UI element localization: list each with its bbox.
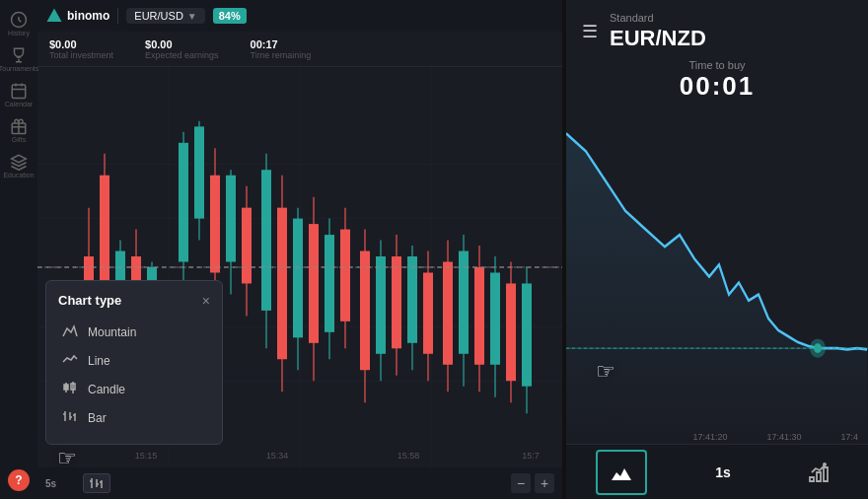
stat-earnings-label: Expected earnings (145, 50, 219, 60)
popup-header: Chart type × (58, 293, 210, 308)
chart-type-button[interactable] (83, 473, 110, 493)
cursor-hand-icon: ☞ (57, 446, 77, 471)
rbb-interval-label: 1s (715, 464, 731, 480)
left-panel: History Tournaments Calendar Gifts Educa… (0, 0, 562, 499)
svg-rect-23 (179, 143, 188, 262)
sidebar-icon-education[interactable]: Education (3, 150, 35, 181)
stat-earnings: $0.00 Expected earnings (145, 38, 219, 60)
chart-type-candle[interactable]: Candle (58, 375, 210, 403)
hamburger-icon[interactable]: ☰ (582, 21, 598, 42)
sidebar-label-history: History (8, 30, 30, 36)
pair-info: Standard EUR/NZD (610, 12, 706, 51)
help-button[interactable]: ? (8, 469, 30, 491)
sidebar-label-tournaments: Tournaments (0, 65, 38, 72)
svg-rect-59 (474, 267, 484, 365)
svg-text:15:7: 15:7 (522, 450, 540, 461)
popup-close-button[interactable]: × (202, 294, 210, 308)
time-interval-label: 5s (45, 478, 56, 489)
stat-investment-label: Total investment (49, 50, 113, 60)
chart-type-mountain[interactable]: Mountain (58, 318, 210, 346)
stat-earnings-value: $0.00 (145, 38, 219, 50)
svg-rect-43 (340, 230, 350, 321)
zoom-in-button[interactable]: + (535, 473, 554, 493)
zoom-controls: − + (511, 473, 554, 493)
time-label-3: 17:4 (840, 432, 858, 442)
svg-rect-57 (459, 251, 469, 354)
svg-rect-37 (293, 219, 303, 338)
chart-type-bar[interactable]: Bar (58, 403, 210, 432)
right-top: ☰ Standard EUR/NZD Time to buy 00:01 (566, 0, 868, 109)
svg-rect-31 (242, 208, 252, 284)
chart-type-candle-label: Candle (88, 383, 125, 396)
svg-rect-61 (490, 272, 500, 364)
svg-rect-51 (407, 256, 417, 343)
pair-name: EUR/NZD (610, 26, 706, 51)
asset-selector[interactable]: EUR/USD ▼ (126, 8, 204, 24)
right-bottom-bar: 1s (566, 444, 868, 499)
time-to-buy-label: Time to buy (582, 59, 852, 71)
binomo-logo-text: binomo (67, 9, 109, 23)
candle-icon (62, 381, 78, 397)
stat-investment: $0.00 Total investment (49, 38, 113, 60)
rbb-tools-button[interactable] (799, 457, 838, 488)
binomo-logo: binomo (45, 7, 109, 25)
asset-arrow-icon: ▼ (187, 11, 197, 22)
line-chart (566, 109, 868, 444)
right-header: ☰ Standard EUR/NZD (582, 12, 852, 51)
sidebar-label-calendar: Calendar (5, 101, 33, 107)
svg-rect-41 (325, 235, 334, 332)
stats-bar: $0.00 Total investment $0.00 Expected ea… (37, 32, 562, 67)
svg-rect-55 (443, 262, 453, 365)
svg-rect-39 (309, 224, 319, 343)
svg-text:15:15: 15:15 (135, 450, 158, 461)
time-to-buy-section: Time to buy 00:01 (582, 59, 852, 102)
asset-name: EUR/USD (134, 10, 183, 22)
svg-rect-35 (277, 208, 287, 360)
mountain-icon (62, 323, 78, 340)
chart-type-popup: Chart type × Mountain Line (45, 280, 223, 445)
stat-time: 00:17 Time remaining (251, 38, 312, 60)
rbb-chart-type-button[interactable] (596, 450, 647, 495)
stat-time-value: 00:17 (251, 38, 312, 50)
svg-marker-2 (47, 9, 62, 23)
rbb-interval-button[interactable]: 1s (707, 461, 739, 484)
svg-rect-63 (506, 283, 516, 381)
time-labels: 17:41:20 17:41:30 17:4 (566, 432, 868, 442)
right-chart-area[interactable]: 17:41:20 17:41:30 17:4 ☞ (566, 109, 868, 444)
sidebar-icon-history[interactable]: History (3, 8, 35, 39)
svg-text:15:58: 15:58 (398, 450, 420, 461)
profit-badge: 84% (213, 8, 247, 24)
svg-rect-33 (261, 170, 271, 311)
sidebar: History Tournaments Calendar Gifts Educa… (0, 0, 37, 499)
time-label-1: 17:41:20 (692, 432, 727, 442)
svg-rect-45 (360, 251, 370, 371)
svg-rect-53 (423, 272, 433, 353)
bar-icon (62, 409, 78, 426)
time-label-2: 17:41:30 (766, 432, 801, 442)
svg-rect-65 (522, 283, 532, 386)
line-icon (62, 352, 78, 369)
svg-rect-25 (194, 126, 204, 218)
top-bar: binomo EUR/USD ▼ 84% (37, 0, 562, 32)
svg-text:15:34: 15:34 (266, 450, 289, 461)
top-bar-separator (117, 8, 118, 24)
standard-label: Standard (610, 12, 706, 24)
svg-rect-0 (12, 85, 26, 99)
svg-rect-47 (376, 256, 386, 354)
svg-rect-72 (64, 385, 68, 390)
sidebar-icon-tournaments[interactable]: Tournaments (3, 43, 35, 75)
popup-title: Chart type (58, 293, 121, 308)
stat-investment-value: $0.00 (49, 38, 113, 50)
time-to-buy-value: 00:01 (582, 71, 852, 102)
sidebar-icon-gifts[interactable]: Gifts (3, 114, 35, 146)
svg-rect-29 (226, 176, 236, 262)
chart-type-bar-label: Bar (88, 411, 107, 425)
stat-time-label: Time remaining (251, 50, 312, 60)
svg-rect-27 (210, 176, 220, 273)
chart-type-line[interactable]: Line (58, 346, 210, 375)
svg-rect-49 (392, 256, 401, 348)
zoom-out-button[interactable]: − (511, 473, 531, 493)
chart-type-line-label: Line (88, 354, 110, 368)
sidebar-icon-calendar[interactable]: Calendar (3, 79, 35, 110)
right-panel: ☰ Standard EUR/NZD Time to buy 00:01 (566, 0, 868, 499)
